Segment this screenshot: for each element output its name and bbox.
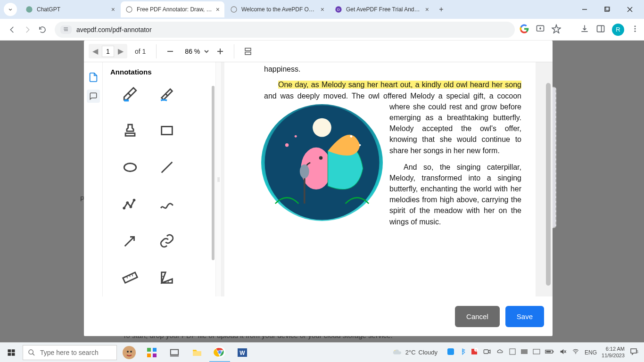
- cortana-avatar-icon[interactable]: [119, 343, 140, 362]
- tab-active-annotator[interactable]: Free PDF Annotator: Draw, High ×: [121, 1, 224, 17]
- window-controls: [578, 3, 636, 16]
- forward-button[interactable]: [20, 22, 35, 37]
- divider: [156, 44, 157, 58]
- panel-scrollbar[interactable]: [212, 86, 215, 260]
- zoom-out-button[interactable]: [162, 43, 178, 59]
- minimize-button[interactable]: [578, 3, 591, 16]
- widgets-icon[interactable]: [141, 343, 162, 362]
- downloads-icon[interactable]: [580, 24, 589, 35]
- maximize-button[interactable]: [601, 3, 614, 16]
- svg-point-47: [350, 135, 353, 137]
- next-page-button[interactable]: ▶: [114, 44, 127, 58]
- svg-rect-25: [162, 127, 173, 135]
- prev-page-button[interactable]: ◀: [89, 44, 102, 58]
- tray-box-icon[interactable]: [447, 348, 454, 357]
- svg-point-17: [635, 30, 636, 32]
- tool-arrow[interactable]: [117, 230, 143, 251]
- document-viewport[interactable]: brought joy to all who heard it, and her…: [222, 62, 553, 296]
- svg-point-30: [130, 206, 132, 208]
- reload-button[interactable]: [35, 22, 50, 37]
- google-services-icon[interactable]: [520, 24, 529, 35]
- svg-point-10: [64, 27, 64, 28]
- tray-app1-icon[interactable]: [520, 348, 528, 356]
- save-button[interactable]: Save: [505, 306, 544, 327]
- svg-point-31: [133, 199, 136, 202]
- comments-tab-button[interactable]: [87, 90, 100, 103]
- tray-wifi-icon[interactable]: [571, 348, 580, 356]
- tool-angle-ruler[interactable]: [154, 267, 180, 288]
- url-input[interactable]: avepdf.com/pdf-annotator: [55, 22, 515, 38]
- close-tab-icon[interactable]: ×: [425, 6, 429, 13]
- tray-notifications-icon[interactable]: 5: [629, 347, 640, 357]
- splitter-handle[interactable]: ||: [216, 62, 222, 296]
- reload-icon: [38, 25, 47, 34]
- close-tab-icon[interactable]: ×: [216, 6, 220, 13]
- tool-link[interactable]: [154, 230, 180, 251]
- tab-title: ChatGPT: [37, 6, 107, 13]
- zoom-in-button[interactable]: [212, 43, 228, 59]
- page-number-input[interactable]: 1: [102, 46, 114, 57]
- svg-point-29: [126, 201, 129, 204]
- tool-marker[interactable]: [154, 83, 180, 104]
- tray-date: 11/9/2023: [602, 353, 625, 359]
- tray-security-icon[interactable]: 1: [471, 348, 478, 357]
- svg-point-16: [635, 28, 636, 29]
- browser-tabstrip: ChatGPT × Free PDF Annotator: Draw, High…: [0, 0, 644, 19]
- back-button[interactable]: [5, 22, 20, 37]
- zoom-dropdown[interactable]: 86 %: [185, 48, 209, 55]
- tool-ellipse[interactable]: [117, 157, 143, 178]
- side-panel-icon[interactable]: [596, 24, 605, 35]
- close-tab-icon[interactable]: ×: [111, 6, 115, 13]
- svg-point-40: [313, 118, 331, 137]
- svg-text:W: W: [239, 350, 245, 356]
- install-app-icon[interactable]: [536, 24, 545, 35]
- bookmark-icon[interactable]: [552, 24, 561, 35]
- word-icon[interactable]: W: [232, 343, 253, 362]
- comment-icon: [89, 92, 98, 100]
- tools-grid: [103, 82, 215, 296]
- profile-avatar[interactable]: R: [612, 24, 624, 36]
- tool-rectangle[interactable]: [154, 120, 180, 141]
- file-explorer-icon[interactable]: [187, 343, 207, 362]
- tab-search-button[interactable]: [4, 3, 17, 16]
- svg-rect-13: [597, 25, 604, 32]
- tool-line[interactable]: [154, 157, 180, 178]
- tool-squiggle[interactable]: [154, 194, 180, 214]
- cancel-button[interactable]: Cancel: [455, 306, 500, 327]
- tray-datetime[interactable]: 6:12 AM 11/9/2023: [602, 346, 625, 358]
- svg-point-15: [635, 25, 636, 27]
- close-tab-icon[interactable]: ×: [321, 6, 324, 13]
- doc-scrollbar-track[interactable]: [546, 66, 551, 296]
- svg-point-57: [130, 351, 132, 353]
- tool-polyline[interactable]: [117, 194, 143, 214]
- tray-chevron-up-icon[interactable]: [509, 348, 516, 356]
- doc-scrollbar-thumb[interactable]: [546, 83, 551, 286]
- taskbar-search[interactable]: Type here to search: [23, 345, 117, 360]
- tool-ruler[interactable]: [117, 267, 143, 288]
- modal-footer: Cancel Save: [84, 296, 553, 336]
- task-view-icon[interactable]: [164, 343, 185, 362]
- fit-page-button[interactable]: [240, 43, 256, 59]
- tray-app2-icon[interactable]: [533, 348, 540, 356]
- tab-welcome-avepdf[interactable]: Welcome to the AvePDF Online ×: [225, 1, 329, 17]
- tray-battery-icon[interactable]: [545, 349, 554, 356]
- page-total-label: of 1: [130, 48, 150, 55]
- tab-chatgpt[interactable]: ChatGPT ×: [21, 1, 120, 17]
- svg-rect-81: [546, 351, 551, 352]
- tray-onedrive-icon[interactable]: [496, 348, 504, 356]
- new-tab-button[interactable]: +: [435, 3, 448, 16]
- chrome-icon[interactable]: [209, 343, 230, 362]
- tray-lang[interactable]: ENG: [585, 349, 597, 356]
- tool-highlighter[interactable]: [117, 83, 143, 104]
- tray-volume-icon[interactable]: [559, 348, 567, 357]
- site-info-icon[interactable]: [60, 25, 72, 34]
- weather-widget[interactable]: 2°C Cloudy: [392, 347, 438, 358]
- tool-stamp[interactable]: [117, 120, 143, 141]
- start-button[interactable]: [0, 343, 23, 362]
- tab-trial-avepdf[interactable]: D Get AvePDF Free Trial And Enjo ×: [330, 1, 434, 17]
- tray-bluetooth-icon[interactable]: [459, 348, 466, 357]
- avepdf-icon: [230, 6, 238, 13]
- close-window-button[interactable]: [623, 3, 636, 16]
- kebab-menu-icon[interactable]: [631, 25, 639, 35]
- tray-meet-now-icon[interactable]: [483, 348, 491, 357]
